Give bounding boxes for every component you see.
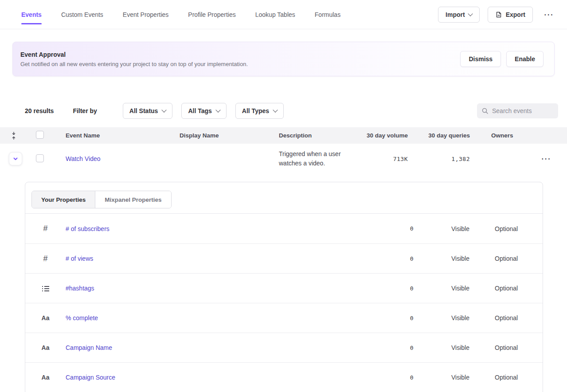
- property-name-link[interactable]: # of views: [66, 255, 93, 262]
- chevron-down-icon: [468, 11, 473, 16]
- import-button-label: Import: [446, 11, 465, 18]
- property-count: 0: [376, 285, 414, 292]
- property-row: # of subscribers 0 Visible Optional: [25, 214, 543, 243]
- property-row: #hashtags 0 Visible Optional: [25, 273, 543, 303]
- tab-events[interactable]: Events: [21, 11, 42, 18]
- chevron-down-icon: [215, 107, 220, 112]
- property-count: 0: [376, 255, 414, 262]
- property-visibility: Visible: [414, 255, 495, 262]
- property-visibility: Visible: [414, 225, 495, 232]
- tags-filter-label: All Tags: [188, 107, 211, 114]
- collapse-all-icon[interactable]: [0, 132, 27, 140]
- property-visibility: Visible: [414, 285, 495, 292]
- dismiss-button[interactable]: Dismiss: [460, 51, 501, 67]
- property-name-link[interactable]: Campaign Name: [66, 344, 112, 351]
- tab-formulas[interactable]: Formulas: [315, 11, 340, 18]
- event-description: Triggered when a user watches a video.: [279, 149, 351, 168]
- export-button-label: Export: [506, 11, 525, 18]
- property-requirement: Optional: [495, 285, 543, 292]
- filter-dropdowns: All Status All Tags All Types: [123, 103, 284, 119]
- event-name-link[interactable]: Watch Video: [66, 155, 101, 162]
- results-count: 20 results: [25, 107, 54, 114]
- status-filter-dropdown[interactable]: All Status: [123, 103, 173, 119]
- properties-tab-group: Your Properties Mixpanel Properties: [31, 191, 172, 208]
- property-name-link[interactable]: % complete: [66, 314, 98, 321]
- select-all-checkbox[interactable]: [36, 131, 44, 139]
- property-row: Campaign Source 0 Visible Optional: [25, 362, 543, 392]
- enable-button[interactable]: Enable: [506, 51, 544, 67]
- export-icon: [495, 11, 502, 18]
- types-filter-label: All Types: [242, 107, 269, 114]
- column-header-owners[interactable]: Owners: [470, 132, 567, 139]
- property-name-link[interactable]: #hashtags: [66, 285, 94, 292]
- banner-title: Event Approval: [20, 51, 248, 58]
- banner-description: Get notified on all new events entering …: [20, 61, 248, 67]
- export-button[interactable]: Export: [488, 7, 533, 23]
- top-nav: Events Custom Events Event Properties Pr…: [0, 0, 567, 29]
- column-header-display-name[interactable]: Display Name: [180, 132, 279, 139]
- property-visibility: Visible: [414, 344, 495, 351]
- property-count: 0: [376, 225, 414, 232]
- tags-filter-dropdown[interactable]: All Tags: [181, 103, 226, 119]
- tab-your-properties[interactable]: Your Properties: [32, 191, 95, 208]
- search-box: [477, 103, 558, 118]
- property-requirement: Optional: [495, 255, 543, 262]
- tab-event-properties[interactable]: Event Properties: [123, 11, 169, 18]
- text-type-icon: [42, 344, 50, 351]
- tab-mixpanel-properties[interactable]: Mixpanel Properties: [95, 191, 171, 208]
- tab-custom-events[interactable]: Custom Events: [61, 11, 103, 18]
- property-row: # of views 0 Visible Optional: [25, 243, 543, 273]
- filter-by-label: Filter by: [73, 107, 97, 114]
- column-header-queries[interactable]: 30 day queries: [408, 132, 470, 139]
- number-type-icon: [43, 254, 47, 263]
- filter-row: 20 results Filter by All Status All Tags…: [25, 103, 558, 119]
- lexicon-events-page: Events Custom Events Event Properties Pr…: [0, 0, 567, 392]
- row-expander-button[interactable]: [9, 152, 22, 165]
- banner-text: Event Approval Get notified on all new e…: [20, 51, 248, 67]
- property-row: % complete 0 Visible Optional: [25, 303, 543, 333]
- row-more-button[interactable]: ⋯: [538, 152, 554, 165]
- number-type-icon: [43, 224, 47, 233]
- nav-actions: Import Export ⋯: [438, 7, 556, 23]
- tab-lookup-tables[interactable]: Lookup Tables: [255, 11, 295, 18]
- row-checkbox[interactable]: [36, 154, 44, 162]
- types-filter-dropdown[interactable]: All Types: [235, 103, 284, 119]
- column-header-volume[interactable]: 30 day volume: [364, 132, 408, 139]
- event-queries: 1,382: [408, 156, 470, 162]
- property-requirement: Optional: [495, 225, 543, 232]
- column-header-event-name[interactable]: Event Name: [66, 132, 180, 139]
- event-row-watch-video: Watch Video Triggered when a user watche…: [0, 144, 567, 174]
- property-count: 0: [376, 374, 414, 381]
- banner-actions: Dismiss Enable: [460, 51, 544, 67]
- events-table-header: Event Name Display Name Description 30 d…: [0, 127, 567, 144]
- property-visibility: Visible: [414, 314, 495, 321]
- property-requirement: Optional: [495, 314, 543, 321]
- property-requirement: Optional: [495, 374, 543, 381]
- property-count: 0: [376, 345, 414, 351]
- chevron-down-icon: [162, 107, 167, 112]
- import-button[interactable]: Import: [438, 7, 480, 23]
- property-name-link[interactable]: # of subscribers: [66, 225, 109, 232]
- event-properties-panel: Your Properties Mixpanel Properties # of…: [25, 182, 543, 392]
- property-list: # of subscribers 0 Visible Optional # of…: [25, 214, 543, 392]
- chevron-down-icon: [273, 107, 278, 112]
- status-filter-label: All Status: [129, 107, 158, 114]
- nav-more-button[interactable]: ⋯: [541, 8, 556, 21]
- event-approval-banner: Event Approval Get notified on all new e…: [12, 42, 555, 76]
- nav-tabs: Events Custom Events Event Properties Pr…: [21, 0, 340, 29]
- property-name-link[interactable]: Campaign Source: [66, 374, 115, 381]
- property-count: 0: [376, 315, 414, 321]
- event-volume: 713K: [364, 156, 408, 162]
- property-requirement: Optional: [495, 344, 543, 351]
- chevron-down-icon: [12, 156, 19, 162]
- property-visibility: Visible: [414, 374, 495, 381]
- text-type-icon: [42, 314, 50, 321]
- search-icon: [481, 107, 489, 114]
- property-row: Campaign Name 0 Visible Optional: [25, 333, 543, 362]
- search-input[interactable]: [492, 107, 554, 114]
- text-type-icon: [42, 374, 50, 381]
- list-type-icon: [42, 285, 49, 291]
- column-header-description[interactable]: Description: [279, 132, 364, 139]
- tab-profile-properties[interactable]: Profile Properties: [188, 11, 235, 18]
